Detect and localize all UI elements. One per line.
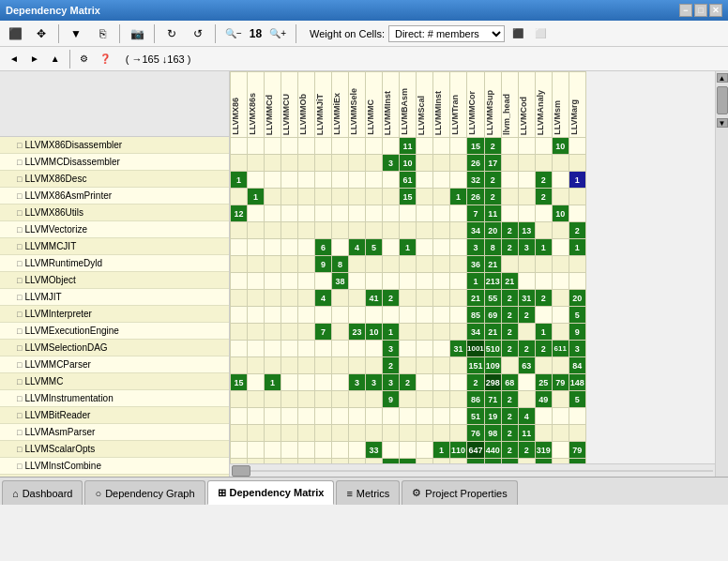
item-icon: □ <box>17 360 22 370</box>
maximize-button[interactable]: □ <box>694 4 707 17</box>
tab-project-properties[interactable]: ⚙ Project Properties <box>402 480 517 505</box>
matrix-area[interactable]: LLVMX86 LLVMX86s LLVMMCd LLVMMCU LLVMMOb… <box>230 71 715 463</box>
nav-right-button[interactable]: ► <box>26 51 43 67</box>
zoom-in-button[interactable]: 🔍+ <box>265 25 290 41</box>
table-row: 12 <box>231 205 586 222</box>
matrix-cell <box>569 155 585 172</box>
matrix-cell: 21 <box>484 256 501 273</box>
matrix-cell: 2 <box>535 172 552 189</box>
zoom-out-button[interactable]: 🔍− <box>221 25 246 41</box>
matrix-cell <box>281 324 298 341</box>
matrix-cell: 63 <box>518 357 535 374</box>
matrix-cell <box>231 341 248 357</box>
cursor-tool-button[interactable]: ⬛ <box>4 23 26 44</box>
matrix-cell <box>298 408 315 425</box>
help-button[interactable]: ❓ <box>96 51 114 67</box>
list-item: □LLVMExecutionEngine <box>0 323 229 340</box>
matrix-cell <box>315 357 332 374</box>
col-header: LLVMMSup <box>484 72 501 138</box>
nav-up-button[interactable]: ▲ <box>47 51 64 67</box>
filter-button[interactable]: ▼ <box>65 23 87 44</box>
matrix-cell <box>349 138 366 155</box>
matrix-cell <box>265 205 281 222</box>
matrix-cell <box>400 205 417 222</box>
settings-button[interactable]: ⚙ <box>76 51 92 67</box>
vertical-scrollbar[interactable]: ▲ ▼ <box>715 71 728 477</box>
move-tool-button[interactable]: ✥ <box>30 23 53 44</box>
matrix-cell: 12 <box>231 205 248 222</box>
matrix-cell <box>552 189 569 205</box>
copy-button[interactable]: ⎘ <box>91 23 114 44</box>
matrix-cell <box>433 391 450 408</box>
weight-opt1-button[interactable]: ⬛ <box>508 25 527 41</box>
matrix-cell <box>450 374 467 391</box>
matrix-cell <box>433 205 450 222</box>
horizontal-scrollbar[interactable] <box>230 463 715 477</box>
matrix-cell <box>569 138 585 155</box>
matrix-cell <box>231 391 248 408</box>
vscroll-down[interactable]: ▼ <box>717 118 728 128</box>
tab-dashboard[interactable]: ⌂ Dashboard <box>2 480 83 505</box>
matrix-cell <box>433 273 450 290</box>
matrix-cell <box>518 138 535 155</box>
minimize-button[interactable]: − <box>679 4 692 17</box>
refresh-button[interactable]: ↻ <box>160 23 183 44</box>
hscroll-thumb[interactable] <box>232 465 250 477</box>
tab-dependency-graph[interactable]: ○ Dependency Graph <box>84 480 205 505</box>
matrix-cell: 1 <box>383 324 400 341</box>
matrix-cell <box>231 138 248 155</box>
nav-left-button[interactable]: ◄ <box>6 51 23 67</box>
matrix-cell <box>248 172 265 189</box>
matrix-cell: 21 <box>484 324 501 341</box>
matrix-cell: 2 <box>501 459 518 464</box>
matrix-cell <box>248 324 265 341</box>
matrix-cell <box>298 138 315 155</box>
matrix-cell: 2 <box>569 222 585 239</box>
matrix-cell <box>315 189 332 205</box>
matrix-cell <box>332 442 349 459</box>
matrix-cell: 55 <box>484 290 501 307</box>
matrix-cell <box>552 425 569 442</box>
matrix-cell <box>332 408 349 425</box>
item-icon: □ <box>17 242 22 251</box>
matrix-cell <box>433 357 450 374</box>
matrix-cell <box>281 442 298 459</box>
tab-metrics-label: Metrics <box>356 488 389 499</box>
tab-matrix-label: Dependency Matrix <box>230 487 325 498</box>
tab-dependency-matrix[interactable]: ⊞ Dependency Matrix <box>207 480 335 505</box>
col-header-row: LLVMX86 LLVMX86s LLVMMCd LLVMMCU LLVMMOb… <box>231 72 586 138</box>
matrix-cell <box>349 256 366 273</box>
vscroll-thumb[interactable] <box>717 86 728 114</box>
weight-opt2-icon: ⬜ <box>535 28 546 38</box>
matrix-cell <box>383 205 400 222</box>
matrix-cell <box>349 172 366 189</box>
weight-select[interactable]: Direct: # members Indirect: # members Di… <box>388 25 505 42</box>
matrix-cell: 2 <box>518 341 535 357</box>
matrix-cell: 79 <box>569 442 585 459</box>
matrix-cell <box>265 222 281 239</box>
item-icon: □ <box>17 158 22 167</box>
matrix-cell: 647 <box>467 442 485 459</box>
help-icon: ❓ <box>99 53 111 64</box>
matrix-cell <box>265 138 281 155</box>
matrix-cell <box>231 408 248 425</box>
matrix-cell: 11 <box>518 425 535 442</box>
tab-metrics[interactable]: ≡ Metrics <box>336 480 400 505</box>
matrix-cell <box>265 189 281 205</box>
matrix-cell <box>535 408 552 425</box>
matrix-cell: 25 <box>535 374 552 391</box>
camera-button[interactable]: 📷 <box>126 23 148 44</box>
col-header: LLVMMOb <box>298 72 315 138</box>
matrix-cell <box>433 459 450 464</box>
undo-button[interactable]: ↺ <box>187 23 209 44</box>
matrix-cell <box>383 408 400 425</box>
close-button[interactable]: ✕ <box>709 4 722 17</box>
vscroll-up[interactable]: ▲ <box>717 73 728 83</box>
matrix-cell <box>349 459 366 464</box>
matrix-cell <box>433 307 450 324</box>
weight-opt2-button[interactable]: ⬜ <box>531 25 550 41</box>
matrix-cell <box>417 459 433 464</box>
matrix-cell: 2 <box>501 239 518 256</box>
matrix-cell <box>231 324 248 341</box>
matrix-cell: 5 <box>366 239 383 256</box>
